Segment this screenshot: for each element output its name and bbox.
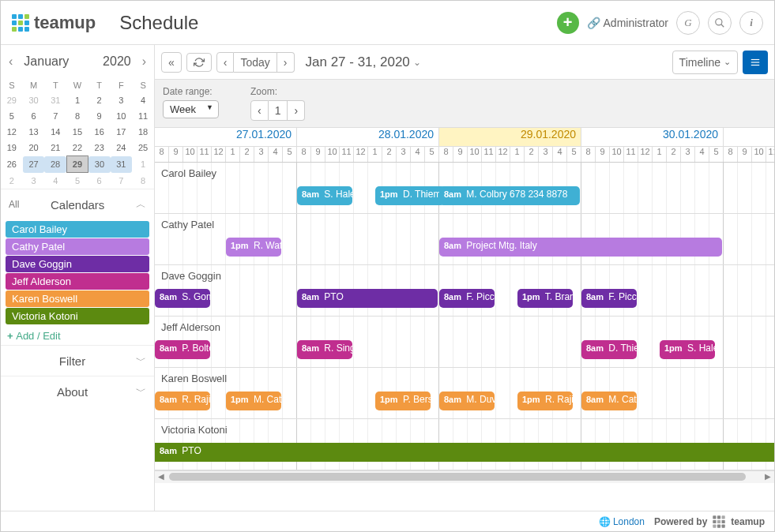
- menu-button[interactable]: [743, 51, 768, 74]
- mini-cal-day[interactable]: 23: [88, 140, 111, 156]
- next-period-button[interactable]: ›: [277, 52, 295, 73]
- refresh-button[interactable]: [186, 53, 212, 72]
- mini-cal-day[interactable]: 4: [132, 92, 154, 108]
- event[interactable]: 1pm S. Halep: [660, 340, 715, 359]
- mini-cal-day[interactable]: 12: [1, 124, 23, 140]
- event[interactable]: 8am M. Duval: [439, 392, 495, 410]
- horizontal-scrollbar[interactable]: ◀ ▶: [155, 470, 774, 483]
- all-toggle[interactable]: All: [9, 199, 19, 210]
- event[interactable]: 8am M. Colbry 678 234 8878: [439, 186, 580, 205]
- event[interactable]: 8am P. Bolton: [155, 340, 210, 359]
- mini-cal-day[interactable]: 16: [88, 124, 111, 140]
- mini-cal-day[interactable]: 30: [88, 156, 111, 173]
- add-button[interactable]: +: [557, 12, 579, 34]
- mini-cal-day[interactable]: 25: [132, 140, 154, 156]
- event[interactable]: 1pm M. Cattar: [226, 392, 281, 410]
- event[interactable]: 1pm R. Waten: [226, 238, 281, 257]
- event[interactable]: 8am S. Gome: [155, 289, 210, 308]
- mini-cal-day[interactable]: 8: [132, 173, 154, 189]
- mini-cal-day[interactable]: 24: [111, 140, 133, 156]
- mini-cal-day[interactable]: 31: [44, 92, 66, 108]
- scroll-right-icon[interactable]: ▶: [765, 472, 771, 481]
- event[interactable]: 1pm D. Thiem: [375, 186, 445, 205]
- event[interactable]: 8am Project Mtg. Italy: [439, 238, 722, 257]
- calendar-item[interactable]: Carol Bailey: [6, 221, 149, 238]
- mini-cal-day[interactable]: 28: [44, 156, 66, 173]
- today-button[interactable]: Today: [234, 52, 277, 73]
- about-section-header[interactable]: About ﹀: [1, 376, 154, 406]
- google-button[interactable]: G: [676, 11, 700, 35]
- event[interactable]: 8am M. Cattar: [581, 392, 637, 410]
- mini-cal-day[interactable]: 6: [88, 173, 111, 189]
- date-range-select[interactable]: Week: [163, 100, 219, 118]
- calendar-item[interactable]: Victoria Kotoni: [6, 308, 149, 324]
- timezone-link[interactable]: 🌐 London: [599, 516, 645, 527]
- mini-cal-day[interactable]: 7: [44, 108, 66, 124]
- mini-cal-day[interactable]: 19: [1, 140, 23, 156]
- filter-section-header[interactable]: Filter ﹀: [1, 345, 154, 376]
- mini-cal-day[interactable]: 15: [66, 124, 88, 140]
- hour-column-header: 11: [624, 147, 638, 162]
- calendar-item[interactable]: Jeff Alderson: [6, 273, 149, 290]
- mini-cal-day[interactable]: 14: [44, 124, 66, 140]
- mini-cal-day[interactable]: 10: [111, 108, 133, 124]
- calendars-section-header[interactable]: All Calendars ︿: [1, 189, 154, 219]
- first-page-button[interactable]: «: [161, 52, 182, 73]
- mini-cal-day[interactable]: 7: [111, 173, 133, 189]
- view-selector[interactable]: Timeline ⌄: [672, 51, 738, 74]
- mini-cal-day[interactable]: 1: [132, 156, 154, 173]
- event[interactable]: 8am F. Piccari: [439, 289, 495, 308]
- mini-cal-day[interactable]: 1: [66, 92, 88, 108]
- event[interactable]: 8am D. Thiem: [581, 340, 637, 359]
- prev-period-button[interactable]: ‹: [216, 52, 235, 73]
- event[interactable]: 8am PTO: [155, 443, 774, 462]
- mini-cal-day[interactable]: 18: [132, 124, 154, 140]
- event[interactable]: 8am PTO: [297, 289, 438, 308]
- event[interactable]: 8am R. Rajiv: [155, 392, 210, 410]
- event[interactable]: 1pm R. Rajiv: [517, 392, 573, 410]
- mini-cal-day[interactable]: 5: [1, 108, 23, 124]
- mini-cal-day[interactable]: 31: [111, 156, 133, 173]
- zoom-in-button[interactable]: ›: [288, 100, 305, 121]
- mini-cal-day[interactable]: 2: [88, 92, 111, 108]
- mini-cal-day[interactable]: 13: [23, 124, 45, 140]
- mini-cal-day[interactable]: 20: [23, 140, 45, 156]
- mini-cal-day[interactable]: 4: [44, 173, 66, 189]
- next-month-button[interactable]: ›: [137, 51, 151, 72]
- mini-cal-day[interactable]: 27: [23, 156, 45, 173]
- scroll-left-icon[interactable]: ◀: [158, 472, 164, 481]
- mini-cal-day[interactable]: 6: [23, 108, 45, 124]
- calendar-item[interactable]: Karen Boswell: [6, 290, 149, 307]
- hour-column-header: 1: [226, 147, 240, 162]
- mini-cal-day[interactable]: 17: [111, 124, 133, 140]
- chevron-down-icon: ﹀: [136, 354, 146, 368]
- info-button[interactable]: i: [739, 11, 763, 35]
- mini-cal-day[interactable]: 3: [23, 173, 45, 189]
- search-button[interactable]: [708, 11, 732, 35]
- event[interactable]: 1pm P. Bersier: [375, 392, 431, 410]
- mini-cal-day[interactable]: 11: [132, 108, 154, 124]
- event[interactable]: 1pm T. Brando: [517, 289, 573, 308]
- date-range-picker[interactable]: Jan 27 - 31, 2020 ⌄: [306, 54, 421, 70]
- calendar-item[interactable]: Dave Goggin: [6, 256, 149, 272]
- mini-cal-day[interactable]: 8: [66, 108, 88, 124]
- event[interactable]: 8am R. Singh: [297, 340, 352, 359]
- prev-month-button[interactable]: ‹: [4, 51, 17, 72]
- mini-cal-day[interactable]: 9: [88, 108, 111, 124]
- mini-cal-day[interactable]: 29: [66, 156, 88, 173]
- event[interactable]: 8am S. Halep: [297, 186, 352, 205]
- calendar-item[interactable]: Cathy Patel: [6, 238, 149, 255]
- mini-cal-day[interactable]: 3: [111, 92, 133, 108]
- zoom-out-button[interactable]: ‹: [250, 100, 269, 121]
- mini-cal-day[interactable]: 5: [66, 173, 88, 189]
- mini-cal-day[interactable]: 22: [66, 140, 88, 156]
- mini-cal-day[interactable]: 29: [1, 92, 23, 108]
- mini-cal-day[interactable]: 2: [1, 173, 23, 189]
- scroll-thumb[interactable]: [169, 473, 746, 481]
- admin-link[interactable]: 🔗 Administrator: [587, 17, 668, 29]
- mini-cal-day[interactable]: 30: [23, 92, 45, 108]
- mini-cal-day[interactable]: 26: [1, 156, 23, 173]
- event[interactable]: 8am F. Piccari: [581, 289, 637, 308]
- mini-cal-day[interactable]: 21: [44, 140, 66, 156]
- add-edit-link[interactable]: Add / Edit: [1, 327, 154, 345]
